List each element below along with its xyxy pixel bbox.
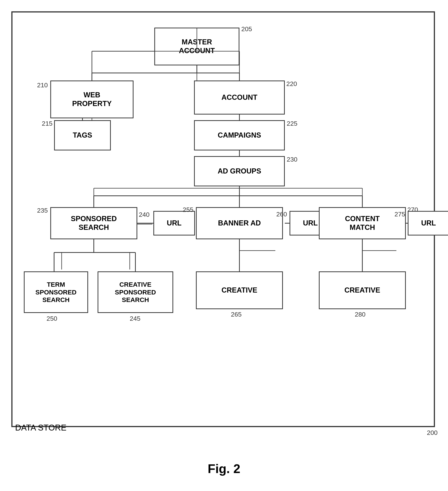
ref-200: 200: [427, 429, 438, 436]
web-property-node: WEB PROPERTY: [50, 81, 134, 118]
ref-220: 220: [286, 80, 297, 87]
ref-250: 250: [47, 315, 57, 322]
data-store-label: DATA STORE: [15, 423, 66, 432]
account-node: ACCOUNT: [194, 81, 285, 114]
ref-215: 215: [42, 120, 53, 127]
creative-sponsored-search-node: CREATIVE SPONSORED SEARCH: [97, 271, 173, 313]
ref-275: 275: [394, 210, 405, 218]
ad-groups-node: AD GROUPS: [194, 156, 285, 186]
url3-node: URL: [408, 211, 448, 236]
ref-230: 230: [287, 156, 297, 163]
tags-node: TAGS: [54, 120, 111, 151]
ref-265: 265: [231, 311, 242, 318]
sponsored-search-node: SPONSORED SEARCH: [50, 207, 137, 239]
content-match-node: CONTENT MATCH: [319, 207, 406, 239]
term-sponsored-search-node: TERM SPONSORED SEARCH: [24, 271, 88, 313]
ref-280: 280: [355, 311, 366, 318]
ref-260: 260: [276, 210, 287, 218]
campaigns-node: CAMPAIGNS: [194, 120, 285, 151]
diagram-border: MASTER ACCOUNT 205 WEB PROPERTY 210 ACCO…: [11, 11, 435, 427]
figure-caption: Fig. 2: [208, 462, 240, 476]
creative1-node: CREATIVE: [196, 271, 283, 309]
ref-255: 255: [183, 206, 194, 213]
page-container: MASTER ACCOUNT 205 WEB PROPERTY 210 ACCO…: [0, 0, 448, 491]
banner-ad-node: BANNER AD: [196, 207, 283, 239]
ref-225: 225: [287, 120, 297, 127]
ref-240: 240: [139, 211, 150, 218]
ref-205: 205: [241, 25, 252, 33]
url1-node: URL: [153, 211, 195, 236]
creative2-node: CREATIVE: [319, 271, 406, 309]
ref-210: 210: [37, 81, 48, 89]
ref-235: 235: [37, 207, 48, 214]
master-account-node: MASTER ACCOUNT: [154, 28, 239, 65]
ref-245: 245: [130, 315, 140, 322]
